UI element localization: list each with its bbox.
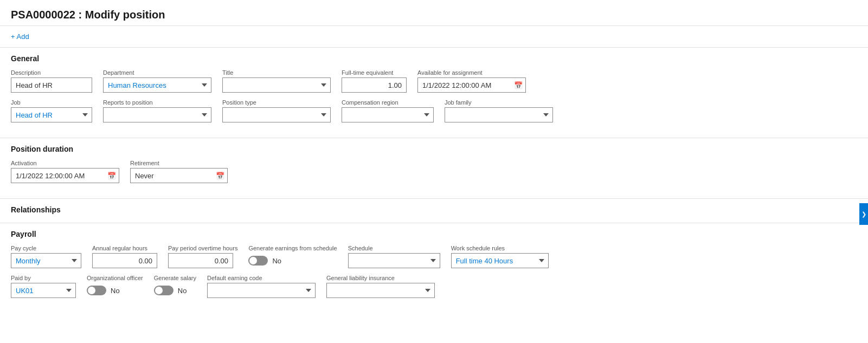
department-field: Department Human Resources (103, 69, 211, 93)
pay-cycle-label: Pay cycle (11, 245, 81, 251)
relationships-expand-button[interactable]: ❯ (859, 203, 868, 225)
annual-hours-input[interactable] (92, 253, 157, 268)
fte-input[interactable] (342, 77, 407, 93)
relationships-section: Relationships ❯ (0, 199, 868, 223)
page-title: PSA0000022 : Modify position (11, 9, 857, 21)
overtime-hours-field: Pay period overtime hours (168, 245, 237, 268)
org-officer-field: Organizational officer No (87, 275, 143, 298)
reports-select[interactable] (103, 107, 211, 122)
retirement-field: Retirement 📅 (130, 160, 228, 183)
add-button[interactable]: + Add (11, 30, 29, 43)
comp-region-label: Compensation region (342, 99, 434, 106)
job-field: Job Head of HR (11, 99, 92, 122)
generate-salary-slider (154, 286, 173, 295)
available-field: Available for assignment 📅 (417, 69, 526, 93)
description-field: Description (11, 69, 92, 93)
position-type-field: Position type (222, 99, 331, 122)
title-field: Title (222, 69, 331, 93)
activation-field: Activation 📅 (11, 160, 119, 183)
work-schedule-select[interactable]: Full time 40 Hours (451, 253, 549, 268)
payroll-row-2: Paid by UK01 Organizational officer No G… (11, 275, 857, 298)
generate-salary-toggle-wrap: No (154, 283, 196, 298)
gen-liability-label: General liability insurance (326, 275, 435, 281)
reports-label: Reports to position (103, 99, 211, 106)
position-duration-title: Position duration (11, 145, 857, 153)
general-row-2: Job Head of HR Reports to position Posit… (11, 99, 857, 122)
activation-date-wrap: 📅 (11, 168, 119, 183)
generate-earnings-label: Generate earnings from schedule (248, 245, 337, 251)
title-select[interactable] (222, 77, 331, 93)
fte-field: Full-time equivalent (342, 69, 407, 93)
default-earning-select[interactable] (207, 283, 316, 298)
general-row-1: Description Department Human Resources T… (11, 69, 857, 93)
relationships-title: Relationships (11, 205, 857, 214)
paid-by-label: Paid by (11, 275, 76, 281)
work-schedule-field: Work schedule rules Full time 40 Hours (451, 245, 549, 268)
schedule-field: Schedule (348, 245, 440, 268)
description-input[interactable] (11, 77, 92, 93)
available-date-wrap: 📅 (417, 77, 526, 93)
annual-hours-field: Annual regular hours (92, 245, 157, 268)
work-schedule-label: Work schedule rules (451, 245, 549, 251)
generate-salary-field: Generate salary No (154, 275, 196, 298)
generate-earnings-toggle-wrap: No (248, 253, 337, 268)
general-section: General Description Department Human Res… (0, 48, 868, 138)
comp-region-field: Compensation region (342, 99, 434, 122)
available-input[interactable] (417, 77, 526, 93)
retirement-date-wrap: 📅 (130, 168, 228, 183)
general-section-title: General (11, 54, 857, 63)
activation-input[interactable] (11, 168, 119, 183)
pay-cycle-field: Pay cycle Monthly (11, 245, 81, 268)
generate-salary-value: No (178, 287, 187, 295)
org-officer-toggle-wrap: No (87, 283, 143, 298)
overtime-hours-label: Pay period overtime hours (168, 245, 237, 251)
default-earning-field: Default earning code (207, 275, 316, 298)
department-label: Department (103, 69, 211, 76)
comp-region-select[interactable] (342, 107, 434, 122)
activation-label: Activation (11, 160, 119, 166)
title-label: Title (222, 69, 331, 76)
position-duration-section: Position duration Activation 📅 Retiremen… (0, 138, 868, 199)
paid-by-select[interactable]: UK01 (11, 283, 76, 298)
page-header: PSA0000022 : Modify position (0, 0, 868, 26)
paid-by-field: Paid by UK01 (11, 275, 76, 298)
payroll-section: Payroll Pay cycle Monthly Annual regular… (0, 223, 868, 313)
fte-label: Full-time equivalent (342, 69, 407, 76)
job-family-field: Job family (445, 99, 553, 122)
available-label: Available for assignment (417, 69, 526, 76)
job-family-select[interactable] (445, 107, 553, 122)
org-officer-label: Organizational officer (87, 275, 143, 281)
org-officer-value: No (111, 287, 120, 295)
expand-icon: ❯ (861, 211, 866, 218)
org-officer-slider (87, 286, 106, 295)
job-label: Job (11, 99, 92, 106)
position-type-label: Position type (222, 99, 331, 106)
generate-salary-label: Generate salary (154, 275, 196, 281)
department-select[interactable]: Human Resources (103, 77, 211, 93)
org-officer-toggle[interactable] (87, 286, 106, 295)
overtime-hours-input[interactable] (168, 253, 233, 268)
default-earning-label: Default earning code (207, 275, 316, 281)
generate-earnings-toggle[interactable] (248, 256, 268, 266)
schedule-label: Schedule (348, 245, 440, 251)
job-select[interactable]: Head of HR (11, 107, 92, 122)
retirement-label: Retirement (130, 160, 228, 166)
gen-liability-field: General liability insurance (326, 275, 435, 298)
generate-earnings-value: No (272, 257, 281, 265)
payroll-title: Payroll (11, 230, 857, 238)
schedule-select[interactable] (348, 253, 440, 268)
position-type-select[interactable] (222, 107, 331, 122)
description-label: Description (11, 69, 92, 76)
retirement-input[interactable] (130, 168, 228, 183)
reports-field: Reports to position (103, 99, 211, 122)
gen-liability-select[interactable] (326, 283, 435, 298)
toolbar: + Add (0, 26, 868, 48)
annual-hours-label: Annual regular hours (92, 245, 157, 251)
generate-earnings-field: Generate earnings from schedule No (248, 245, 337, 268)
pay-cycle-select[interactable]: Monthly (11, 253, 81, 268)
payroll-row-1: Pay cycle Monthly Annual regular hours P… (11, 245, 857, 268)
generate-earnings-slider (248, 256, 268, 266)
generate-salary-toggle[interactable] (154, 286, 173, 295)
job-family-label: Job family (445, 99, 553, 106)
duration-row-1: Activation 📅 Retirement 📅 (11, 160, 857, 183)
